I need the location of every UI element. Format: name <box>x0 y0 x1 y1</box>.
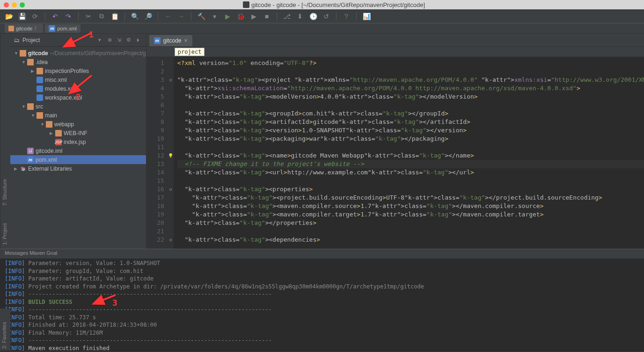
tree-item-webapp[interactable]: ▼webapp <box>10 120 146 129</box>
editor-tabs: m gitcode × <box>146 34 644 47</box>
copy-icon[interactable]: ⧉ <box>97 12 106 21</box>
code-editor[interactable]: 12345678910111213141516171819202122 ⊟💡⊟⊟… <box>146 57 644 249</box>
favorites-sidebar-tab[interactable]: 2: Favorites <box>0 309 10 351</box>
tree-item-gitcode-iml[interactable]: iJgitcode.iml <box>10 146 146 155</box>
tree-item-src[interactable]: ▼src <box>10 102 146 111</box>
xml-tag-breadcrumb[interactable]: project <box>175 48 205 56</box>
build-icon[interactable]: 🔨 <box>197 12 205 21</box>
revert-icon[interactable]: ↺ <box>322 12 330 21</box>
redo-icon[interactable]: ↷ <box>64 12 73 21</box>
app-icon <box>243 1 249 8</box>
breadcrumb-file[interactable]: mpom.xml <box>45 24 80 33</box>
hide-icon[interactable]: ⏵ <box>136 37 142 43</box>
folder-icon <box>27 59 34 65</box>
gutter-markers: ⊟💡⊟⊟ <box>168 57 174 249</box>
jsp-icon: JSP <box>55 139 62 145</box>
window-maximize-icon[interactable] <box>20 2 25 7</box>
nav-breadcrumb: gitcode 〉 mpom.xml <box>0 23 644 34</box>
tree-item-pom-xml[interactable]: mpom.xml <box>10 155 146 164</box>
project-panel-title: Project <box>22 37 95 43</box>
debug-icon[interactable]: 🐞 <box>236 12 245 21</box>
annotation-2: 2 <box>76 93 80 102</box>
coverage-icon[interactable]: ▶ <box>249 12 258 21</box>
save-all-icon[interactable]: 💾 <box>18 12 26 21</box>
project-panel-header: 🗂 Project ▾ ⊕ ⇲ ⚙ ⏵ <box>10 34 146 47</box>
tree-item--idea[interactable]: ▼.idea <box>10 57 146 66</box>
xml-icon <box>37 86 43 92</box>
scroll-to-icon[interactable]: ⊕ <box>108 37 114 43</box>
editor-area: m gitcode × project 12345678910111213141… <box>146 34 644 249</box>
editor-breadcrumb: project <box>146 47 644 57</box>
window-close-icon[interactable] <box>4 2 9 7</box>
module-icon <box>20 50 26 57</box>
tree-item-WEB-INF[interactable]: ▶WEB-INF <box>10 129 146 137</box>
folder-icon <box>37 68 43 74</box>
open-icon[interactable]: 📂 <box>5 12 13 21</box>
xml-icon <box>37 94 43 101</box>
library-icon: 📚 <box>20 165 26 172</box>
titlebar: gitcode - gitcode - [~/Documents/GitRepo… <box>0 0 644 9</box>
cut-icon[interactable]: ✂ <box>84 12 93 21</box>
xml-icon <box>37 77 43 83</box>
folder-icon <box>46 121 52 128</box>
folder-icon <box>8 26 14 31</box>
tree-item-External Libraries[interactable]: ▶📚External Libraries <box>10 164 146 173</box>
project-view-dropdown-icon[interactable]: ▾ <box>98 37 105 43</box>
editor-tab[interactable]: m gitcode × <box>149 35 192 46</box>
project-tree[interactable]: ▼ gitcode~/Documents/GitRepo/mavenProjec… <box>10 47 146 249</box>
tree-item-misc-xml[interactable]: misc.xml <box>10 75 146 84</box>
code-content[interactable]: <?xml version="1.0" encoding="UTF-8"?>"k… <box>174 57 644 249</box>
help-icon[interactable]: ? <box>342 12 351 21</box>
run-config-icon[interactable]: ▾ <box>210 12 219 21</box>
main-toolbar: 📂 💾 ⟳ ↶ ↷ ✂ ⧉ 📋 🔍 🔎 ← → 🔨 ▾ ▶ 🐞 ▶ ■ ⎇ ⬇ … <box>0 9 644 23</box>
sync-icon[interactable]: ⟳ <box>31 12 39 21</box>
console-header[interactable]: Messages Maven Goal <box>0 249 644 259</box>
find-icon[interactable]: 🔍 <box>131 12 139 21</box>
folder-icon <box>27 103 34 110</box>
structure-icon[interactable]: 📊 <box>362 12 371 21</box>
tree-root[interactable]: ▼ gitcode~/Documents/GitRepo/mavenProjec… <box>10 49 146 57</box>
gear-icon[interactable]: ⚙ <box>126 37 133 43</box>
project-panel-icon: 🗂 <box>14 37 20 43</box>
run-icon[interactable]: ▶ <box>223 12 232 21</box>
close-tab-icon[interactable]: × <box>184 37 187 44</box>
maven-icon: m <box>27 157 34 163</box>
console-output[interactable]: 3 [INFO] Parameter: version, Value: 1.0-… <box>0 259 644 352</box>
maven-icon: m <box>49 25 55 32</box>
replace-icon[interactable]: 🔎 <box>144 12 152 21</box>
paste-icon[interactable]: 📋 <box>110 12 119 21</box>
left-sidebar-tabs[interactable]: 1: Project 7: Structure <box>0 34 10 249</box>
collapse-icon[interactable]: ⇲ <box>117 37 124 43</box>
folder-icon <box>37 112 43 119</box>
stop-icon[interactable]: ■ <box>263 12 271 21</box>
undo-icon[interactable]: ↶ <box>51 12 59 21</box>
annotation-3: 3 <box>112 299 117 307</box>
window-title: gitcode - gitcode - [~/Documents/GitRepo… <box>28 1 640 8</box>
tree-item-inspectionProfiles[interactable]: ▶inspectionProfiles <box>10 66 146 75</box>
tree-item-modules-xml[interactable]: modules.xml <box>10 84 146 93</box>
iml-icon: iJ <box>27 148 34 154</box>
console-panel: Messages Maven Goal 3 [INFO] Parameter: … <box>0 249 644 352</box>
tree-item-main[interactable]: ▼main <box>10 111 146 120</box>
folder-icon <box>55 130 62 136</box>
maven-icon: m <box>154 37 161 44</box>
annotation-1: 1 <box>89 30 94 40</box>
back-icon[interactable]: ← <box>164 12 172 21</box>
window-minimize-icon[interactable] <box>12 2 17 7</box>
project-panel: 🗂 Project ▾ ⊕ ⇲ ⚙ ⏵ ▼ gitcode~/Documents… <box>10 34 146 249</box>
forward-icon[interactable]: → <box>177 12 185 21</box>
line-numbers: 12345678910111213141516171819202122 <box>146 57 168 249</box>
vcs-icon[interactable]: ⎇ <box>283 12 291 21</box>
update-icon[interactable]: ⬇ <box>296 12 304 21</box>
tree-item-index-jsp[interactable]: JSPindex.jsp <box>10 137 146 146</box>
history-icon[interactable]: 🕓 <box>309 12 317 21</box>
breadcrumb-root[interactable]: gitcode 〉 <box>5 24 43 33</box>
